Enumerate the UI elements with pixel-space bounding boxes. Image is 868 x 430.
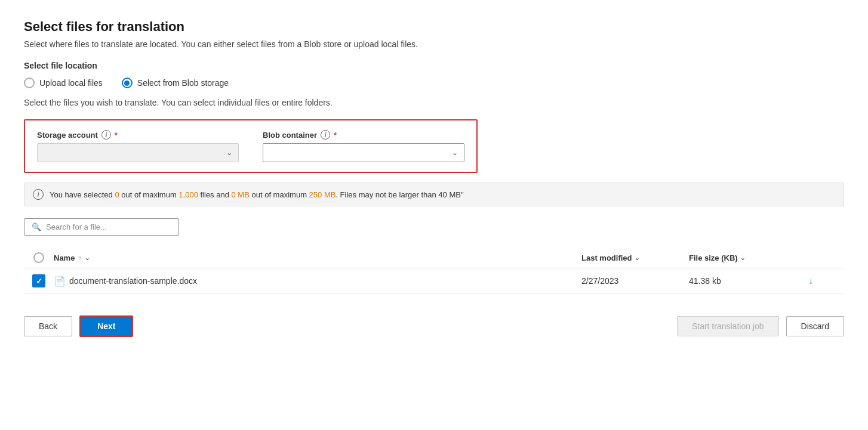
row-check-col[interactable] <box>24 274 54 287</box>
row-name-col: 📄 document-translation-sample.docx <box>54 276 581 287</box>
back-button[interactable]: Back <box>24 316 72 336</box>
row-action-col[interactable]: ↓ <box>808 276 844 286</box>
selection-info-bar: i You have selected 0 out of maximum 1,0… <box>24 182 844 206</box>
storage-account-chevron: ⌄ <box>226 149 232 157</box>
next-button[interactable]: Next <box>79 315 133 337</box>
storage-account-required: * <box>115 131 118 140</box>
storage-account-label: Storage account i * <box>37 130 239 140</box>
row-size-value: 41.38 kb <box>689 276 721 286</box>
header-size-col[interactable]: File size (KB) ⌄ <box>689 253 808 262</box>
search-box[interactable]: 🔍 Search for a file... <box>24 218 179 236</box>
storage-account-info-icon[interactable]: i <box>101 130 111 140</box>
blob-container-field: Blob container i * ⌄ <box>263 130 464 162</box>
page-subtitle: Select where files to translate are loca… <box>24 39 844 49</box>
download-icon[interactable]: ↓ <box>808 276 813 286</box>
file-location-label: Select file location <box>24 61 844 70</box>
header-check-col <box>24 252 54 263</box>
name-sort-up: ↑ <box>78 255 81 261</box>
blob-container-chevron: ⌄ <box>452 149 458 157</box>
row-file-name: document-translation-sample.docx <box>69 276 197 286</box>
radio-label-upload: Upload local files <box>39 78 103 88</box>
storage-form-section: Storage account i * ⌄ Blob container i *… <box>24 119 478 173</box>
radio-group-file-location: Upload local files Select from Blob stor… <box>24 78 844 88</box>
search-placeholder: Search for a file... <box>46 222 107 231</box>
blob-container-label: Blob container i * <box>263 130 464 140</box>
row-modified-col: 2/27/2023 <box>581 276 689 286</box>
radio-circle-upload <box>24 78 35 88</box>
storage-account-field: Storage account i * ⌄ <box>37 130 239 162</box>
start-translation-button: Start translation job <box>677 316 779 336</box>
header-name-col[interactable]: Name ↑ ⌄ <box>54 253 581 262</box>
header-modified-col[interactable]: Last modified ⌄ <box>581 253 689 262</box>
table-row: 📄 document-translation-sample.docx 2/27/… <box>24 268 844 294</box>
radio-upload-local[interactable]: Upload local files <box>24 78 103 88</box>
table-header: Name ↑ ⌄ Last modified ⌄ File size (KB) … <box>24 248 844 268</box>
instructions-text: Select the files you wish to translate. … <box>24 98 844 107</box>
size-sort-down: ⌄ <box>740 255 745 261</box>
footer-right: Start translation job Discard <box>677 316 844 336</box>
radio-circle-blob <box>122 78 133 88</box>
radio-blob-storage[interactable]: Select from Blob storage <box>122 78 229 88</box>
modified-sort-down: ⌄ <box>635 255 639 261</box>
row-checkbox[interactable] <box>32 274 45 287</box>
info-bar-text: You have selected 0 out of maximum 1,000… <box>50 190 464 199</box>
name-sort-down: ⌄ <box>85 255 90 261</box>
blob-container-info-icon[interactable]: i <box>321 130 330 140</box>
search-icon: 🔍 <box>32 222 41 231</box>
blob-container-dropdown[interactable]: ⌄ <box>263 143 464 162</box>
row-size-col: 41.38 kb <box>689 276 808 286</box>
header-radio-circle[interactable] <box>33 252 44 263</box>
discard-button[interactable]: Discard <box>786 316 844 336</box>
info-bar-icon: i <box>33 189 44 200</box>
footer-left: Back Next <box>24 315 133 337</box>
row-modified-value: 2/27/2023 <box>581 276 618 286</box>
footer: Back Next Start translation job Discard <box>24 308 844 337</box>
radio-label-blob: Select from Blob storage <box>137 78 229 88</box>
blob-container-required: * <box>334 131 337 140</box>
file-icon: 📄 <box>54 276 66 287</box>
storage-account-dropdown[interactable]: ⌄ <box>37 143 239 162</box>
page-title: Select files for translation <box>24 19 844 35</box>
